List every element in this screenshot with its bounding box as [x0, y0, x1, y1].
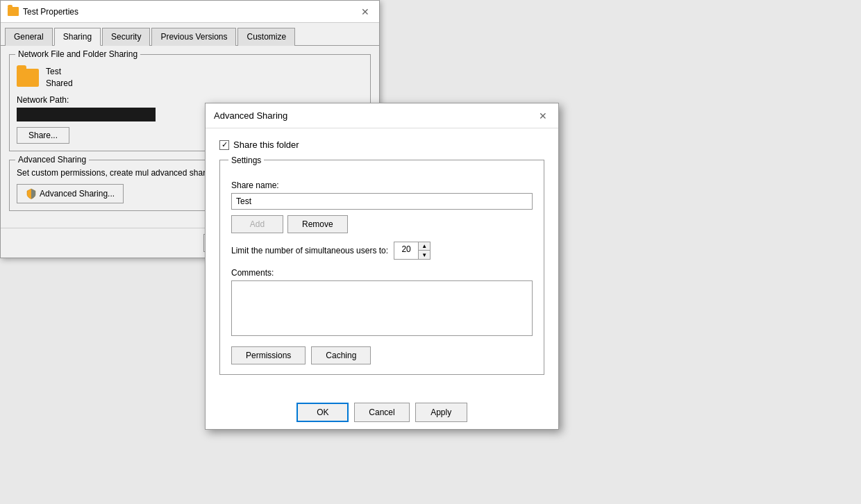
add-remove-row: Add Remove	[231, 215, 533, 233]
settings-inner: Share name: Add Remove Limit the number …	[231, 180, 533, 364]
permissions-button[interactable]: Permissions	[231, 346, 306, 364]
folder-name: Test	[46, 66, 73, 78]
title-bar-left: Test Properties	[8, 7, 78, 17]
share-name-input[interactable]	[231, 193, 533, 210]
limit-label: Limit the number of simultaneous users t…	[231, 246, 388, 255]
advanced-sharing-btn-label: Advanced Sharing...	[40, 189, 115, 199]
spinner-up-button[interactable]: ▲	[419, 242, 430, 251]
share-button[interactable]: Share...	[17, 127, 69, 144]
network-sharing-content: Test Shared	[17, 62, 363, 90]
folder-info: Test Shared	[46, 66, 73, 90]
tab-general[interactable]: General	[5, 28, 53, 46]
properties-title: Test Properties	[23, 7, 78, 17]
advanced-sharing-button[interactable]: Advanced Sharing...	[17, 184, 124, 203]
spinner-buttons: ▲ ▼	[419, 242, 430, 259]
dialog-close-button[interactable]: ✕	[536, 109, 550, 123]
share-folder-checkbox[interactable]	[219, 140, 229, 150]
folder-icon	[8, 7, 19, 16]
advanced-sharing-label: Advanced Sharing	[15, 155, 89, 165]
dialog-footer: OK Cancel Apply	[206, 396, 558, 429]
dialog-apply-button[interactable]: Apply	[415, 403, 467, 422]
advanced-sharing-dialog: Advanced Sharing ✕ Share this folder Set…	[205, 103, 559, 430]
properties-tabs: General Sharing Security Previous Versio…	[1, 23, 379, 46]
shield-icon	[26, 188, 37, 199]
network-path-value	[17, 108, 156, 121]
dialog-title: Advanced Sharing	[214, 110, 287, 121]
settings-box: Settings Share name: Add Remove Limit th…	[219, 160, 544, 375]
caching-button[interactable]: Caching	[311, 346, 371, 364]
limit-spinner: 20 ▲ ▼	[394, 242, 430, 260]
network-sharing-label: Network File and Folder Sharing	[15, 49, 140, 59]
comments-label: Comments:	[231, 268, 533, 278]
action-buttons: Permissions Caching	[231, 346, 533, 364]
folder-status: Shared	[46, 78, 73, 90]
dialog-content: Share this folder Settings Share name: A…	[206, 128, 558, 396]
tab-security[interactable]: Security	[102, 28, 150, 46]
tab-sharing[interactable]: Sharing	[54, 28, 101, 46]
share-folder-label: Share this folder	[233, 140, 299, 150]
properties-close-button[interactable]: ✕	[358, 5, 372, 19]
tab-customize[interactable]: Customize	[237, 28, 295, 46]
folder-large-icon	[17, 69, 39, 87]
dialog-ok-button[interactable]: OK	[296, 403, 349, 422]
share-folder-row: Share this folder	[219, 140, 544, 150]
dialog-title-bar: Advanced Sharing ✕	[206, 103, 558, 128]
remove-button[interactable]: Remove	[287, 215, 348, 233]
comments-textarea[interactable]	[231, 280, 533, 336]
dialog-cancel-button[interactable]: Cancel	[354, 403, 409, 422]
limit-value: 20	[394, 242, 419, 259]
spinner-down-button[interactable]: ▼	[419, 251, 430, 259]
tab-previous-versions[interactable]: Previous Versions	[151, 28, 236, 46]
settings-legend: Settings	[228, 156, 264, 165]
add-button[interactable]: Add	[231, 215, 283, 233]
properties-title-bar: Test Properties ✕	[1, 1, 379, 23]
limit-row: Limit the number of simultaneous users t…	[231, 242, 533, 260]
